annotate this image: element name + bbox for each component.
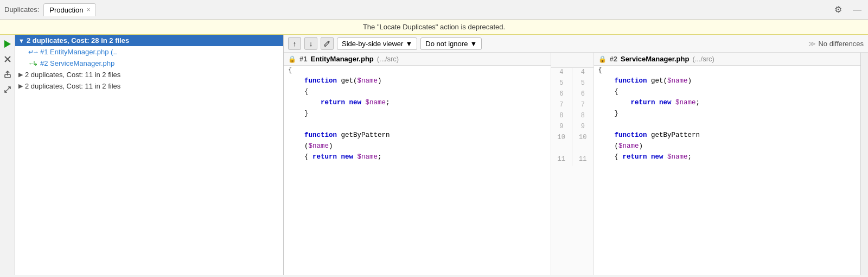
left-pane-header: 🔒 #1 EntityManager.php (.../src) [284,53,551,66]
line-pair [551,144,593,155]
diff-area: ↑ ↓ Side-by-side viewer ▼ Do not ignore … [284,35,868,275]
tree-item-group1[interactable]: ▼ 2 duplicates, Cost: 28 in 2 files [15,35,283,46]
left-toolbar [0,35,15,275]
diff-content: 🔒 #1 EntityManager.php (.../src) { funct… [284,53,868,275]
play-button[interactable] [2,38,14,50]
left-file-path: (.../src) [377,55,399,63]
lock-icon-right: 🔒 [598,55,607,63]
center-line-numbers: 4 4 5 5 6 6 7 7 [551,53,594,275]
viewer-dropdown-label: Side-by-side viewer [342,40,403,48]
export-up-button[interactable] [2,68,14,80]
tree-item-entity[interactable]: ↵ → #1 EntityManager.php (.. [15,46,283,58]
code-line: ($name) [284,142,551,153]
title-bar-actions: ⚙ — [832,3,864,16]
line-pair: 8 8 [551,111,593,122]
right-diff-pane[interactable]: 🔒 #2 ServiceManager.php (.../src) { func… [594,53,861,275]
banner-text: The "Locate Duplicates" action is deprec… [363,23,505,31]
line-pair: 10 10 [551,133,593,144]
viewer-dropdown-button[interactable]: Side-by-side viewer ▼ [337,37,417,50]
tree-arrow-icon: ▼ [18,37,24,44]
tree-item-group2[interactable]: ▶ 2 duplicates, Cost: 11 in 2 files [15,69,283,80]
tree-arrow-collapsed-icon: ▶ [18,71,23,78]
viewer-dropdown-arrow: ▼ [405,40,412,48]
line-pair: 4 4 [551,68,593,79]
line-pair: 7 7 [551,100,593,111]
no-differences-label: ≫ No differences [808,40,864,48]
tree-item-group3[interactable]: ▶ 2 duplicates, Cost: 11 in 2 files [15,80,283,92]
nav-down-button[interactable]: ↓ [304,37,317,50]
line-pair: 5 5 [551,79,593,90]
title-bar: Duplicates: Production × ⚙ — [0,0,868,20]
code-line: function getByPattern [594,131,861,142]
code-line: return new $name; [594,98,861,109]
code-line: function get($name) [284,77,551,87]
minimize-button[interactable]: — [851,4,864,16]
nav-up-button[interactable]: ↑ [288,37,301,50]
right-file-path: (.../src) [692,55,714,63]
settings-button[interactable]: ⚙ [832,3,844,16]
service-file-label: #2 ServiceManager.php [40,59,114,67]
ignore-dropdown-arrow: ▼ [470,40,477,48]
entity-file-label: #1 EntityManager.php (.. [40,48,117,56]
code-line: { [284,87,551,98]
line-pair: 9 9 [551,122,593,133]
close-panel-button[interactable] [2,53,14,65]
left-diff-pane[interactable]: 🔒 #1 EntityManager.php (.../src) { funct… [284,53,551,275]
entity-file-icon: ↵ → [28,48,38,56]
line-pair: 6 6 [551,90,593,100]
code-line: return new $name; [284,98,551,109]
tree-group3-label: 2 duplicates, Cost: 11 in 2 files [25,82,120,90]
deprecation-banner: The "Locate Duplicates" action is deprec… [0,20,868,35]
left-file-num: #1 [299,55,307,63]
tab-label: Production [49,6,83,14]
production-tab[interactable]: Production × [43,3,96,16]
svg-text:→: → [33,48,38,56]
code-line: { [284,66,551,77]
ignore-dropdown-label: Do not ignore [425,40,468,48]
right-file-name: ServiceManager.php [621,55,689,63]
tree-panel: ▼ 2 duplicates, Cost: 28 in 2 files ↵ → … [15,35,284,275]
right-pane-header: 🔒 #2 ServiceManager.php (.../src) [594,53,861,66]
diff-toolbar: ↑ ↓ Side-by-side viewer ▼ Do not ignore … [284,35,868,53]
left-code: { function get($name) { return new $name… [284,66,551,163]
tree-group2-label: 2 duplicates, Cost: 11 in 2 files [25,71,120,79]
tab-close-btn[interactable]: × [86,6,90,14]
service-file-icon: ← ↳ [28,60,38,67]
code-line: function getByPattern [284,131,551,142]
code-line: { return new $name; [594,153,861,163]
code-line: function get($name) [594,77,861,87]
svg-text:↳: ↳ [33,60,38,67]
code-line: } [594,109,861,120]
main-layout: ▼ 2 duplicates, Cost: 28 in 2 files ↵ → … [0,35,868,275]
ignore-dropdown-button[interactable]: Do not ignore ▼ [420,37,482,50]
code-line: { [594,87,861,98]
edit-button[interactable] [321,37,334,50]
code-line [594,120,861,131]
right-code: { function get($name) { return new $name… [594,66,861,163]
code-line [284,120,551,131]
tree-group1-label: 2 duplicates, Cost: 28 in 2 files [27,36,129,45]
expand-button[interactable] [2,84,14,96]
lock-icon-left: 🔒 [288,55,296,63]
title-label: Duplicates: [4,5,39,14]
line-pair: 11 11 [551,155,593,166]
svg-marker-0 [4,40,11,48]
tree-item-service[interactable]: ← ↳ #2 ServiceManager.php [15,58,283,69]
left-file-name: EntityManager.php [310,55,373,63]
code-line: { return new $name; [284,153,551,163]
tree-arrow-collapsed2-icon: ▶ [18,83,23,90]
code-line: ($name) [594,142,861,153]
code-line: } [284,109,551,120]
right-scrollbar[interactable] [860,53,868,275]
code-line: { [594,66,861,77]
right-file-num: #2 [610,55,617,63]
